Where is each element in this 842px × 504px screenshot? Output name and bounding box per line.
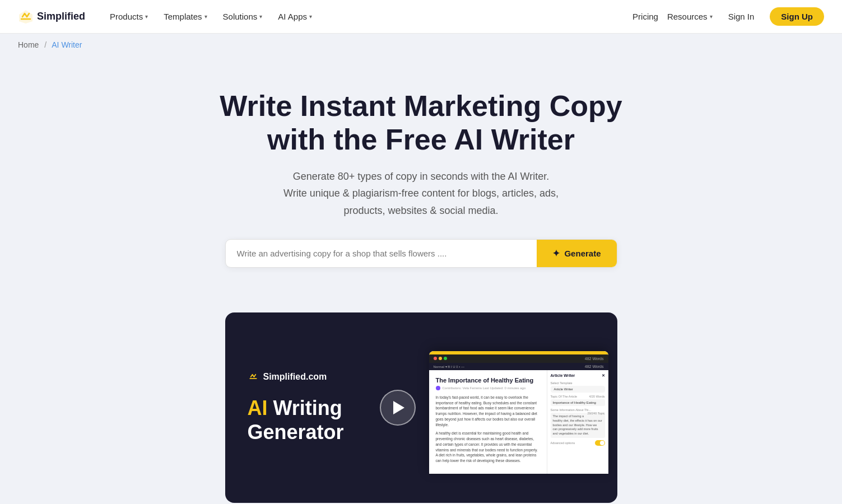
video-title-ai: AI xyxy=(248,396,268,419)
dot-yellow xyxy=(439,357,442,360)
app-content-with-panel: The Importance of Healthy Eating Contrib… xyxy=(429,370,608,474)
app-meta-text: Contributors: Vela Ferreira Last Updated… xyxy=(443,386,526,390)
video-brand: Simplified.com xyxy=(248,371,353,382)
panel-advanced-label: Advanced options xyxy=(551,441,575,445)
nav-item-solutions[interactable]: Solutions ▾ xyxy=(216,8,269,25)
video-section: Simplified.com AI WritingGenerator xyxy=(0,290,842,503)
nav-item-templates[interactable]: Templates ▾ xyxy=(157,8,213,25)
nav-links: Products ▾ Templates ▾ Solutions ▾ AI Ap… xyxy=(103,8,632,25)
editor-toolbar-items: Normal ▾ B I U ≡ • — xyxy=(434,365,465,368)
app-paragraph-1: In today's fast-paced world, it can be e… xyxy=(436,395,540,428)
app-content: The Importance of Healthy Eating Contrib… xyxy=(429,370,547,474)
panel-toggle[interactable] xyxy=(595,440,605,446)
panel-template-label: Select Template xyxy=(551,381,605,385)
signup-button[interactable]: Sign Up xyxy=(770,7,824,26)
nav-label-aiapps: AI Apps xyxy=(278,12,307,21)
panel-topic-label: Topic Of The Article 4/20 Words xyxy=(551,395,605,398)
prompt-input-container: ✦ Generate xyxy=(225,239,617,268)
panel-template-select[interactable]: Article Writer xyxy=(551,386,605,393)
hero-section: Write Instant Marketing Copy with the Fr… xyxy=(0,56,842,290)
editor-word-count: 482 Words xyxy=(585,365,604,368)
wand-icon: ✦ xyxy=(552,248,560,259)
breadcrumb: Home / AI Writer xyxy=(0,34,842,56)
svg-marker-0 xyxy=(19,10,32,24)
hero-title: Write Instant Marketing Copy with the Fr… xyxy=(203,90,640,157)
dot-green xyxy=(444,357,447,360)
signin-button[interactable]: Sign In xyxy=(722,8,761,25)
breadcrumb-current: AI Writer xyxy=(52,40,82,49)
nav-right: Pricing Resources ▾ Sign In Sign Up xyxy=(632,7,824,26)
logo[interactable]: Simplified xyxy=(18,9,85,25)
panel-header: Article Writer ✕ xyxy=(551,374,605,378)
video-card: Simplified.com AI WritingGenerator xyxy=(225,312,617,503)
app-meta: Contributors: Vela Ferreira Last Updated… xyxy=(436,386,540,390)
video-right: 482 Words Normal ▾ B I U ≡ • — 482 Words… xyxy=(420,342,617,474)
navbar: Simplified Products ▾ Templates ▾ Soluti… xyxy=(0,0,842,34)
breadcrumb-home[interactable]: Home xyxy=(18,40,39,49)
panel-close-icon: ✕ xyxy=(602,374,605,378)
dot-red xyxy=(434,357,437,360)
chevron-down-icon: ▾ xyxy=(145,13,148,20)
app-toolbar: 482 Words xyxy=(429,354,608,363)
nav-resources[interactable]: Resources ▾ xyxy=(667,12,713,21)
panel-info-text[interactable]: The impact of having a healthy diet, the… xyxy=(551,413,605,437)
chevron-down-icon: ▾ xyxy=(259,13,262,20)
app-screenshot: 482 Words Normal ▾ B I U ≡ • — 482 Words… xyxy=(429,351,608,474)
panel-info-label: Some Information About Thi... 29/240 Top… xyxy=(551,408,605,412)
video-brand-icon xyxy=(248,371,259,382)
app-word-count: 482 Words xyxy=(585,357,604,361)
logo-text: Simplified xyxy=(37,11,85,22)
video-left: Simplified.com AI WritingGenerator xyxy=(225,344,375,471)
nav-label-resources: Resources xyxy=(667,12,708,21)
app-side-panel: Article Writer ✕ Select Template Article… xyxy=(547,370,608,474)
panel-topic-input[interactable]: Importance of Healthy Eating xyxy=(551,399,605,406)
panel-title: Article Writer xyxy=(551,374,575,377)
app-editor-toolbar: Normal ▾ B I U ≡ • — 482 Words xyxy=(429,363,608,370)
prompt-input[interactable] xyxy=(226,240,537,267)
toolbar-dots xyxy=(434,357,447,360)
chevron-down-icon: ▾ xyxy=(309,13,312,20)
breadcrumb-separator: / xyxy=(44,40,46,49)
app-article-title: The Importance of Healthy Eating xyxy=(436,377,540,384)
logo-icon xyxy=(18,9,34,25)
generate-label: Generate xyxy=(564,249,601,258)
play-button-area[interactable] xyxy=(375,385,420,430)
play-button[interactable] xyxy=(380,390,416,426)
panel-info-counter: 29/240 Topic xyxy=(587,412,604,415)
app-main-content: The Importance of Healthy Eating Contrib… xyxy=(429,370,547,474)
nav-label-templates: Templates xyxy=(164,12,202,21)
chevron-down-icon: ▾ xyxy=(710,13,713,20)
hero-subtitle: Generate 80+ types of copy in seconds wi… xyxy=(264,168,578,220)
play-icon xyxy=(393,401,404,414)
nav-item-aiapps[interactable]: AI Apps ▾ xyxy=(271,8,319,25)
nav-label-products: Products xyxy=(110,12,143,21)
video-title: AI WritingGenerator xyxy=(248,396,353,444)
nav-pricing[interactable]: Pricing xyxy=(632,12,658,21)
panel-toggle-row: Advanced options xyxy=(551,440,605,446)
chevron-down-icon: ▾ xyxy=(204,13,207,20)
nav-label-solutions: Solutions xyxy=(223,12,258,21)
video-brand-text: Simplified.com xyxy=(263,372,327,382)
generate-button[interactable]: ✦ Generate xyxy=(537,240,616,267)
nav-item-products[interactable]: Products ▾ xyxy=(103,8,155,25)
app-meta-dot xyxy=(436,386,440,390)
panel-topic-counter: 4/20 Words xyxy=(589,395,604,398)
app-paragraph-2: A healthy diet is essential for maintain… xyxy=(436,431,540,464)
